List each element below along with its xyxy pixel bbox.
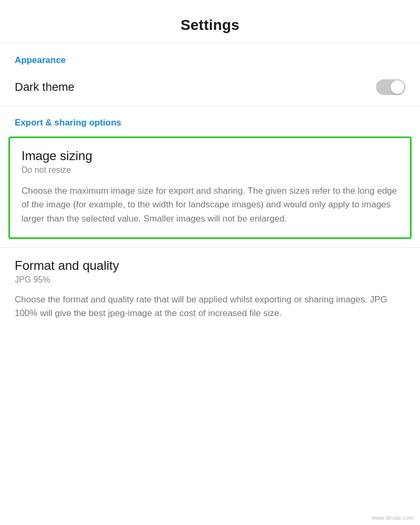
appearance-section-header: Appearance	[0, 44, 420, 71]
format-quality-description: Choose the format and quality rate that …	[15, 293, 405, 321]
format-quality-subtitle: JPG 95%	[15, 275, 405, 285]
page-container: Settings Appearance Dark theme Export & …	[0, 0, 420, 525]
dark-theme-toggle[interactable]	[376, 79, 405, 95]
format-quality-title: Format and quality	[15, 258, 405, 273]
header: Settings	[0, 0, 420, 44]
toggle-thumb	[391, 80, 404, 94]
export-label: Export & sharing options	[15, 118, 121, 128]
image-sizing-subtitle: Do not resize	[22, 165, 398, 175]
watermark: www.deuac.com	[372, 514, 414, 521]
content: Appearance Dark theme Export & sharing o…	[0, 44, 420, 326]
page-title: Settings	[181, 17, 239, 33]
format-quality-section[interactable]: Format and quality JPG 95% Choose the fo…	[0, 248, 420, 326]
image-sizing-description: Choose the maximum image size for export…	[22, 184, 398, 226]
appearance-label: Appearance	[15, 55, 66, 65]
image-sizing-card[interactable]: Image sizing Do not resize Choose the ma…	[8, 136, 412, 239]
watermark-text: www.deuac.com	[372, 514, 414, 521]
dark-theme-row[interactable]: Dark theme	[0, 71, 420, 106]
dark-theme-label: Dark theme	[15, 80, 75, 94]
export-section-header: Export & sharing options	[0, 106, 420, 133]
image-sizing-title: Image sizing	[22, 149, 398, 163]
